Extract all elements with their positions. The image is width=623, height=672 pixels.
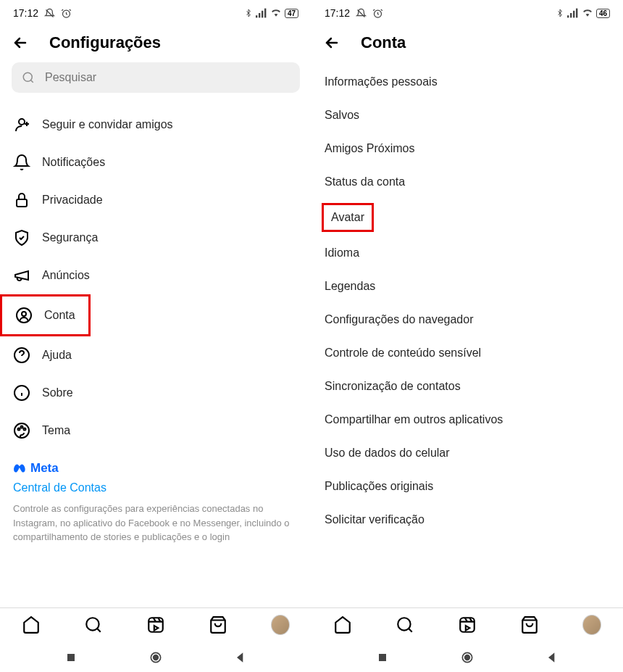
android-back-icon[interactable] (545, 650, 559, 665)
meta-logo-text: Meta (30, 461, 59, 476)
account-item-avatar[interactable]: Avatar (322, 203, 374, 232)
nav-reels-icon[interactable] (458, 615, 477, 634)
account-item-mobile-data[interactable]: Uso de dados do celular (312, 436, 623, 470)
account-item-personal-info[interactable]: Informações pessoais (312, 65, 623, 99)
nav-shop-icon[interactable] (520, 615, 539, 634)
account-item-captions[interactable]: Legendas (312, 270, 623, 303)
bottom-nav (0, 607, 312, 639)
settings-item-privacy[interactable]: Privacidade (0, 181, 312, 219)
nav-reels-icon[interactable] (146, 615, 165, 634)
android-recent-icon[interactable] (64, 650, 78, 665)
accounts-center-link[interactable]: Central de Contas (13, 481, 298, 494)
account-item-status[interactable]: Status da conta (312, 165, 623, 199)
settings-item-help[interactable]: Ajuda (0, 336, 312, 374)
meta-logo: Meta (13, 461, 298, 476)
account-item-close-friends[interactable]: Amigos Próximos (312, 132, 623, 165)
account-item-contacts-sync[interactable]: Sincronização de contatos (312, 370, 623, 403)
svg-point-7 (19, 119, 25, 125)
svg-rect-8 (17, 199, 27, 207)
settings-screen: 17:12 47 Configurações Seguir e convidar… (0, 0, 312, 672)
svg-rect-25 (570, 13, 572, 17)
avatar (271, 615, 290, 635)
bluetooth-icon (244, 8, 253, 18)
wifi-icon (582, 8, 593, 18)
svg-rect-27 (576, 9, 577, 18)
svg-rect-19 (67, 654, 75, 661)
nav-home-icon[interactable] (333, 615, 352, 634)
account-item-original[interactable]: Publicações originais (312, 470, 623, 503)
mute-icon (356, 8, 367, 19)
info-icon (13, 384, 30, 402)
settings-item-about[interactable]: Sobre (0, 374, 312, 412)
follow-icon (13, 116, 30, 133)
svg-point-16 (24, 428, 26, 431)
settings-item-notifications[interactable]: Notificações (0, 144, 312, 181)
status-left: 17:12 (13, 7, 72, 19)
svg-rect-26 (573, 11, 574, 18)
svg-point-32 (465, 655, 470, 660)
search-icon (22, 71, 35, 84)
status-time: 17:12 (13, 7, 38, 19)
mute-icon (44, 8, 55, 19)
svg-rect-2 (256, 15, 257, 17)
settings-item-label: Notificações (42, 156, 105, 169)
bottom-nav (312, 607, 623, 639)
settings-item-follow[interactable]: Seguir e convidar amigos (0, 106, 312, 144)
status-time: 17:12 (325, 7, 350, 19)
nav-profile-avatar[interactable] (271, 615, 290, 634)
nav-profile-avatar[interactable] (582, 615, 601, 634)
search-box[interactable] (12, 62, 300, 93)
settings-item-label: Ajuda (42, 349, 72, 362)
nav-home-icon[interactable] (22, 615, 41, 634)
account-item-saved[interactable]: Salvos (312, 99, 623, 132)
header: Configurações (0, 23, 312, 62)
settings-item-label: Seguir e convidar amigos (42, 118, 173, 131)
settings-item-label: Segurança (42, 231, 98, 244)
svg-rect-5 (264, 9, 266, 18)
android-home-icon[interactable] (460, 650, 474, 665)
android-recent-icon[interactable] (375, 650, 390, 665)
back-arrow-icon[interactable] (12, 34, 29, 51)
wifi-icon (270, 8, 282, 18)
settings-item-security[interactable]: Segurança (0, 219, 312, 257)
status-bar: 17:12 47 (0, 0, 312, 23)
back-arrow-icon[interactable] (323, 34, 340, 51)
signal-icon (567, 8, 579, 18)
account-item-share-apps[interactable]: Compartilhar em outros aplicativos (312, 403, 623, 436)
page-title: Conta (361, 33, 406, 52)
bluetooth-icon (556, 8, 564, 18)
account-list: Informações pessoais Salvos Amigos Próxi… (312, 62, 623, 607)
svg-point-14 (18, 428, 20, 431)
avatar (582, 615, 601, 635)
account-item-browser[interactable]: Configurações do navegador (312, 303, 623, 336)
svg-point-21 (154, 655, 159, 660)
shield-icon (13, 229, 30, 246)
settings-item-theme[interactable]: Tema (0, 412, 312, 449)
android-back-icon[interactable] (233, 650, 248, 665)
account-icon (15, 307, 33, 324)
account-item-sensitive[interactable]: Controle de conteúdo sensível (312, 336, 623, 370)
nav-search-icon[interactable] (84, 615, 103, 634)
android-nav (0, 639, 312, 672)
svg-rect-3 (259, 13, 260, 17)
settings-item-label: Anúncios (42, 269, 90, 282)
status-left: 17:12 (325, 7, 383, 19)
android-home-icon[interactable] (149, 650, 163, 665)
account-item-language[interactable]: Idioma (312, 236, 623, 270)
svg-point-15 (21, 426, 23, 428)
android-nav (312, 639, 623, 672)
megaphone-icon (13, 267, 30, 284)
nav-shop-icon[interactable] (209, 615, 227, 634)
header: Conta (312, 23, 623, 62)
nav-search-icon[interactable] (396, 615, 414, 634)
theme-icon (13, 422, 30, 439)
settings-item-ads[interactable]: Anúncios (0, 257, 312, 294)
settings-list: Seguir e convidar amigos Notificações Pr… (0, 106, 312, 607)
status-right: 47 (244, 8, 298, 18)
svg-rect-24 (567, 15, 569, 17)
search-input[interactable] (45, 71, 290, 84)
account-item-verification[interactable]: Solicitar verificação (312, 503, 623, 536)
status-right: 46 (556, 8, 610, 18)
settings-item-account[interactable]: Conta (0, 294, 91, 336)
svg-point-17 (86, 618, 99, 630)
